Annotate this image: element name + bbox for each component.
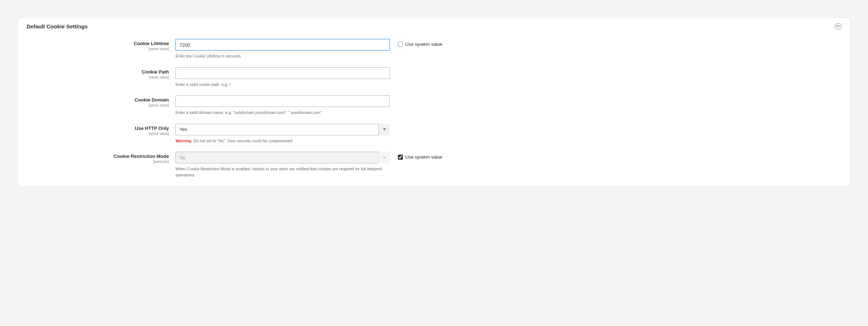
cookie-path-input[interactable] — [175, 67, 390, 79]
use-system-value-label[interactable]: Use system value — [398, 154, 443, 160]
restriction-mode-select: No — [175, 152, 390, 163]
field-note: When Cookie Restriction Mode is enabled,… — [175, 166, 390, 178]
use-system-text: Use system value — [405, 154, 443, 160]
field-input-column: Yes Warning: Do not set to "No". User se… — [175, 124, 390, 144]
http-only-select[interactable]: Yes — [175, 124, 390, 135]
field-label-column: Cookie Path [store view] — [27, 67, 175, 79]
field-label: Cookie Path — [27, 69, 169, 75]
field-label-column: Cookie Restriction Mode [website] — [27, 152, 175, 164]
field-restriction-mode: Cookie Restriction Mode [website] No Whe… — [27, 152, 841, 178]
field-label: Use HTTP Only — [27, 126, 169, 131]
field-input-column: Enter a valid domain name. e.g. "subdoma… — [175, 95, 390, 116]
field-input-column: Enter a valid cookie path. e.g. / — [175, 67, 390, 88]
use-system-checkbox-lifetime[interactable] — [398, 42, 403, 47]
warning-label: Warning — [175, 139, 191, 143]
field-cookie-domain: Cookie Domain [store view] Enter a valid… — [27, 95, 841, 116]
field-http-only: Use HTTP Only [store view] Yes Warning: … — [27, 124, 841, 144]
field-input-column: Enter the Cookie Lifetime in seconds. — [175, 39, 390, 59]
field-input-column: No When Cookie Restriction Mode is enabl… — [175, 152, 390, 178]
field-label-column: Cookie Lifetime [store view] — [27, 39, 175, 51]
field-label: Cookie Domain — [27, 97, 169, 103]
use-system-text: Use system value — [405, 41, 443, 47]
field-note: Enter a valid domain name. e.g. "subdoma… — [175, 110, 390, 116]
cookie-lifetime-input[interactable] — [175, 39, 390, 51]
panel-title: Default Cookie Settings — [27, 23, 88, 29]
field-scope: [website] — [27, 159, 169, 164]
use-system-column: Use system value — [390, 39, 443, 47]
use-system-column: Use system value — [390, 152, 443, 160]
panel-body: Cookie Lifetime [store view] Enter the C… — [18, 35, 850, 187]
select-display: No — [175, 152, 390, 163]
field-scope: [store view] — [27, 75, 169, 79]
field-cookie-path: Cookie Path [store view] Enter a valid c… — [27, 67, 841, 88]
field-scope: [store view] — [27, 47, 169, 51]
field-scope: [store view] — [27, 131, 169, 136]
field-label: Cookie Lifetime — [27, 41, 169, 46]
field-label-column: Use HTTP Only [store view] — [27, 124, 175, 136]
field-label: Cookie Restriction Mode — [27, 154, 169, 159]
collapse-icon[interactable] — [835, 23, 841, 29]
use-system-value-label[interactable]: Use system value — [398, 41, 443, 47]
cookie-settings-panel: Default Cookie Settings Cookie Lifetime … — [17, 17, 851, 187]
use-system-checkbox-restriction[interactable] — [398, 155, 403, 160]
panel-header: Default Cookie Settings — [18, 18, 850, 35]
field-note: Enter a valid cookie path. e.g. / — [175, 82, 390, 88]
select-display: Yes — [175, 124, 390, 135]
field-note: Warning: Do not set to "No". User securi… — [175, 138, 390, 144]
field-scope: [store view] — [27, 103, 169, 107]
cookie-domain-input[interactable] — [175, 95, 390, 107]
field-cookie-lifetime: Cookie Lifetime [store view] Enter the C… — [27, 39, 841, 59]
field-note: Enter the Cookie Lifetime in seconds. — [175, 53, 390, 59]
warning-text: : Do not set to "No". User security coul… — [191, 139, 293, 143]
field-label-column: Cookie Domain [store view] — [27, 95, 175, 107]
